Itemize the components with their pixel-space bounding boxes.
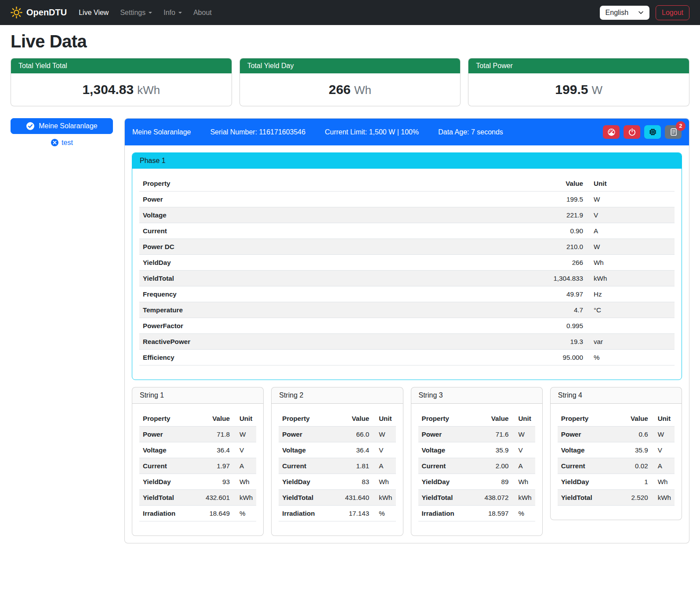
nav-item-settings[interactable]: Settings [114, 5, 158, 20]
table-row: Current 0.02 A [558, 458, 675, 474]
card-header: Total Yield Total [11, 58, 232, 73]
test-link[interactable]: test [62, 139, 73, 147]
col-value: Value [335, 411, 373, 427]
sidebar-inverter-test[interactable]: test [11, 138, 113, 147]
device-info-button[interactable] [644, 125, 661, 139]
limit-settings-button[interactable] [603, 125, 620, 139]
string-card-2: String 2 Property Value Unit [271, 387, 403, 536]
caret-down-icon [149, 12, 152, 14]
brand-label: OpenDTU [26, 7, 67, 18]
col-property: Property [558, 411, 614, 427]
table-row: Current 2.00 A [418, 458, 535, 474]
inverter-card: Meine Solaranlage Serial Number: 1161716… [124, 118, 689, 543]
inverter-serial: Serial Number: 116171603546 [210, 128, 305, 136]
string-title: String 1 [132, 387, 263, 404]
power-icon [628, 128, 636, 136]
inverter-name: Meine Solaranlage [132, 128, 191, 136]
string-table-2: Property Value Unit Power [279, 411, 395, 521]
inverter-sidebar: Meine Solaranlage test [11, 118, 113, 147]
table-row: YieldDay 89 Wh [418, 474, 535, 490]
inverter-header: Meine Solaranlage Serial Number: 1161716… [125, 119, 689, 145]
card-total-yield-total: Total Yield Total 1,304.83kWh [11, 58, 232, 106]
string-title: String 3 [411, 387, 542, 404]
string-card-1: String 1 Property Value Unit [132, 387, 264, 536]
table-row: Irradiation 17.143 % [279, 506, 395, 521]
table-row: Efficiency 95.000 % [139, 350, 675, 365]
nav-right: English Logout [600, 5, 689, 20]
event-log-button[interactable]: 2 [665, 125, 682, 139]
chevron-down-icon [638, 10, 644, 15]
phase-title: Phase 1 [132, 153, 682, 169]
nav-item-info[interactable]: Info [158, 5, 188, 20]
inverter-body: Phase 1 Property Value Unit [125, 145, 689, 543]
inverter-limit: Current Limit: 1,500 W | 100% [325, 128, 419, 136]
col-unit: Unit [587, 176, 675, 192]
col-unit: Unit [512, 411, 535, 427]
table-row: Power 199.5 W [139, 192, 675, 207]
sidebar-inverter-button[interactable]: Meine Solaranlage [11, 118, 113, 134]
summary-cards-row: Total Yield Total 1,304.83kWh Total Yiel… [11, 58, 689, 106]
table-row: Voltage 35.9 V [418, 442, 535, 458]
power-button[interactable] [624, 125, 640, 139]
table-row: Voltage 36.4 V [279, 442, 395, 458]
table-row: ReactivePower 19.3 var [139, 334, 675, 350]
language-select[interactable]: English [600, 6, 649, 20]
col-property: Property [418, 411, 475, 427]
table-row: Irradiation 18.597 % [418, 506, 535, 521]
event-count-badge: 2 [676, 121, 685, 131]
nav-item-about[interactable]: About [188, 5, 218, 20]
nav-item-live-view[interactable]: Live View [73, 5, 114, 20]
card-header: Total Power [468, 58, 689, 73]
table-row: Power DC 210.0 W [139, 239, 675, 255]
caret-down-icon [178, 12, 182, 14]
check-circle-icon [26, 122, 35, 130]
table-row: Power 0.6 W [558, 427, 675, 442]
table-row: Voltage 221.9 V [139, 207, 675, 223]
phase-card: Phase 1 Property Value Unit [132, 152, 682, 380]
table-row: Power 71.6 W [418, 427, 535, 442]
col-value: Value [196, 411, 233, 427]
table-row: YieldDay 93 Wh [139, 474, 256, 490]
table-row: PowerFactor 0.995 [139, 318, 675, 334]
col-value: Value [530, 176, 587, 192]
phase-table: Property Value Unit Power [139, 176, 675, 365]
x-circle-icon [51, 138, 59, 147]
total-power-unit: W [591, 83, 602, 97]
table-row: Irradiation 18.649 % [139, 506, 256, 521]
card-total-yield-day: Total Yield Day 266Wh [239, 58, 461, 106]
table-row: YieldTotal 1,304.833 kWh [139, 271, 675, 286]
col-property: Property [279, 411, 335, 427]
brand[interactable]: OpenDTU [11, 7, 67, 18]
card-total-power: Total Power 199.5W [468, 58, 689, 106]
journal-icon [669, 128, 678, 136]
total-yield-day-value: 266 [329, 82, 351, 97]
string-table-1: Property Value Unit Power [139, 411, 256, 521]
string-table-3: Property Value Unit Power [418, 411, 535, 521]
col-unit: Unit [373, 411, 395, 427]
total-yield-total-unit: kWh [137, 83, 160, 97]
table-row: YieldTotal 438.072 kWh [418, 490, 535, 506]
col-unit: Unit [233, 411, 256, 427]
table-row: Frequency 49.97 Hz [139, 286, 675, 302]
cpu-icon [649, 128, 657, 136]
col-property: Property [139, 176, 530, 192]
table-row: Power 66.0 W [279, 427, 395, 442]
table-row: YieldDay 83 Wh [279, 474, 395, 490]
col-property: Property [139, 411, 196, 427]
inverter-data-age: Data Age: 7 seconds [438, 128, 503, 136]
table-row: Current 0.90 A [139, 223, 675, 239]
nav-links: Live View Settings Info About [73, 5, 218, 20]
table-row: Current 1.81 A [279, 458, 395, 474]
logout-button[interactable]: Logout [656, 5, 689, 20]
table-row: YieldTotal 2.520 kWh [558, 490, 675, 506]
page-title: Live Data [11, 32, 689, 51]
table-row: Power 71.8 W [139, 427, 256, 442]
table-row: Voltage 36.4 V [139, 442, 256, 458]
string-title: String 4 [551, 387, 682, 404]
string-table-4: Property Value Unit Power [558, 411, 675, 506]
card-header: Total Yield Day [240, 58, 461, 73]
total-power-value: 199.5 [555, 82, 588, 97]
table-row: YieldDay 1 Wh [558, 474, 675, 490]
inverter-actions: 2 [603, 125, 682, 139]
table-row: YieldTotal 432.601 kWh [139, 490, 256, 506]
